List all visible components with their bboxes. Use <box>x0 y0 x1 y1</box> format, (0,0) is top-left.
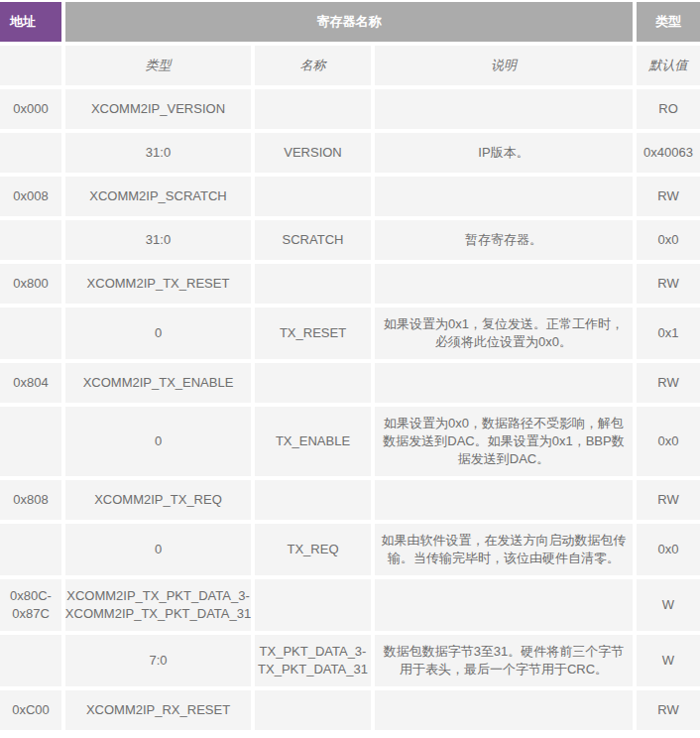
cell-field-name <box>255 363 371 403</box>
cell-access-type: RO <box>637 89 700 129</box>
table-header-row: 地址 寄存器名称 类型 <box>0 2 700 42</box>
cell-access-type: RW <box>637 264 700 304</box>
cell-field-name: TX_REQ <box>255 524 371 575</box>
cell-description: 如果设置为0x0，数据路径不受影响，解包数据发送到DAC。如果设置为0x1，BB… <box>375 407 633 476</box>
cell-field-name <box>255 264 371 304</box>
cell-bits: 7:0 <box>65 635 251 686</box>
cell-register-name: XCOMM2IP_RX_RESET <box>65 690 251 730</box>
header-register-name: 寄存器名称 <box>65 2 633 42</box>
subheader-name: 名称 <box>255 46 371 85</box>
cell-register-name: XCOMM2IP_SCRATCH <box>65 177 251 216</box>
cell-description: 如果设置为0x1，复位发送。正常工作时，必须将此位设置为0x0。 <box>375 308 633 359</box>
register-row: 0xC00XCOMM2IP_RX_RESETRW <box>0 690 700 730</box>
cell-field-name: VERSION <box>255 133 371 173</box>
register-row: 0x800XCOMM2IP_TX_RESETRW <box>0 264 700 304</box>
cell-register-name: XCOMM2IP_VERSION <box>65 89 251 129</box>
cell-address <box>0 220 61 260</box>
cell-access-type: RW <box>637 177 700 216</box>
cell-register-name: XCOMM2IP_TX_ENABLE <box>65 363 251 403</box>
cell-bits: 31:0 <box>65 133 251 173</box>
cell-address <box>0 635 61 686</box>
cell-description <box>375 177 633 216</box>
cell-address: 0xC00 <box>0 690 61 730</box>
cell-description <box>375 363 633 403</box>
subheader-default-value: 默认值 <box>637 46 700 85</box>
cell-description: IP版本。 <box>375 133 633 173</box>
cell-description <box>375 690 633 730</box>
cell-field-name: SCRATCH <box>255 220 371 260</box>
cell-access-type: RW <box>637 480 700 520</box>
cell-default-value: 0x0 <box>637 407 700 476</box>
cell-address: 0x808 <box>0 480 61 520</box>
cell-description <box>375 89 633 129</box>
cell-address: 0x80C-0x87C <box>0 579 61 631</box>
field-row: 31:0VERSIONIP版本。0x40063 <box>0 133 700 173</box>
table-body: 0x000XCOMM2IP_VERSIONRO31:0VERSIONIP版本。0… <box>0 89 700 730</box>
cell-default-value: 0x1 <box>637 308 700 359</box>
cell-field-name <box>255 690 371 730</box>
field-row: 0TX_ENABLE如果设置为0x0，数据路径不受影响，解包数据发送到DAC。如… <box>0 407 700 476</box>
cell-default-value: 0x0 <box>637 220 700 260</box>
cell-field-name: TX_PKT_DATA_3-TX_PKT_DATA_31 <box>255 635 371 686</box>
cell-address <box>0 308 61 359</box>
cell-bits: 31:0 <box>65 220 251 260</box>
cell-address: 0x000 <box>0 89 61 129</box>
cell-description <box>375 480 633 520</box>
cell-description: 数据包数据字节3至31。硬件将前三个字节用于表头，最后一个字节用于CRC。 <box>375 635 633 686</box>
cell-default-value: 0x0 <box>637 524 700 575</box>
cell-register-name: XCOMM2IP_TX_PKT_DATA_3-XCOMM2IP_TX_PKT_D… <box>65 579 251 631</box>
cell-address: 0x800 <box>0 264 61 304</box>
cell-field-name <box>255 89 371 129</box>
table-subheader-row: 类型 名称 说明 默认值 <box>0 46 700 85</box>
header-type: 类型 <box>637 2 700 42</box>
cell-register-name: XCOMM2IP_TX_RESET <box>65 264 251 304</box>
register-row: 0x804XCOMM2IP_TX_ENABLERW <box>0 363 700 403</box>
cell-bits: 0 <box>65 524 251 575</box>
cell-address <box>0 133 61 173</box>
cell-description: 如果由软件设置，在发送方向启动数据包传输。当传输完毕时，该位由硬件自清零。 <box>375 524 633 575</box>
register-row: 0x008XCOMM2IP_SCRATCHRW <box>0 177 700 216</box>
header-address: 地址 <box>0 2 61 42</box>
cell-default-value: 0x40063 <box>637 133 700 173</box>
cell-access-type: RW <box>637 690 700 730</box>
cell-field-name: TX_ENABLE <box>255 407 371 476</box>
cell-field-name <box>255 579 371 631</box>
cell-address: 0x804 <box>0 363 61 403</box>
cell-description <box>375 264 633 304</box>
cell-description: 暂存寄存器。 <box>375 220 633 260</box>
cell-register-name: XCOMM2IP_TX_REQ <box>65 480 251 520</box>
field-row: 31:0SCRATCH暂存寄存器。0x0 <box>0 220 700 260</box>
cell-default-value: W <box>637 635 700 686</box>
cell-description <box>375 579 633 631</box>
subheader-description: 说明 <box>375 46 633 85</box>
register-map-table: 地址 寄存器名称 类型 类型 名称 说明 默认值 0x000XCOMM2IP_V… <box>0 0 700 730</box>
cell-field-name <box>255 177 371 216</box>
cell-bits: 0 <box>65 308 251 359</box>
field-row: 7:0TX_PKT_DATA_3-TX_PKT_DATA_31数据包数据字节3至… <box>0 635 700 686</box>
cell-address <box>0 407 61 476</box>
field-row: 0TX_RESET如果设置为0x1，复位发送。正常工作时，必须将此位设置为0x0… <box>0 308 700 359</box>
register-row: 0x80C-0x87CXCOMM2IP_TX_PKT_DATA_3-XCOMM2… <box>0 579 700 631</box>
register-row: 0x808XCOMM2IP_TX_REQRW <box>0 480 700 520</box>
field-row: 0TX_REQ如果由软件设置，在发送方向启动数据包传输。当传输完毕时，该位由硬件… <box>0 524 700 575</box>
register-row: 0x000XCOMM2IP_VERSIONRO <box>0 89 700 129</box>
subheader-type: 类型 <box>65 46 251 85</box>
cell-access-type: RW <box>637 363 700 403</box>
cell-address <box>0 524 61 575</box>
cell-field-name: TX_RESET <box>255 308 371 359</box>
cell-bits: 0 <box>65 407 251 476</box>
cell-address: 0x008 <box>0 177 61 216</box>
subheader-blank-cell <box>0 46 61 85</box>
cell-field-name <box>255 480 371 520</box>
cell-access-type: W <box>637 579 700 631</box>
